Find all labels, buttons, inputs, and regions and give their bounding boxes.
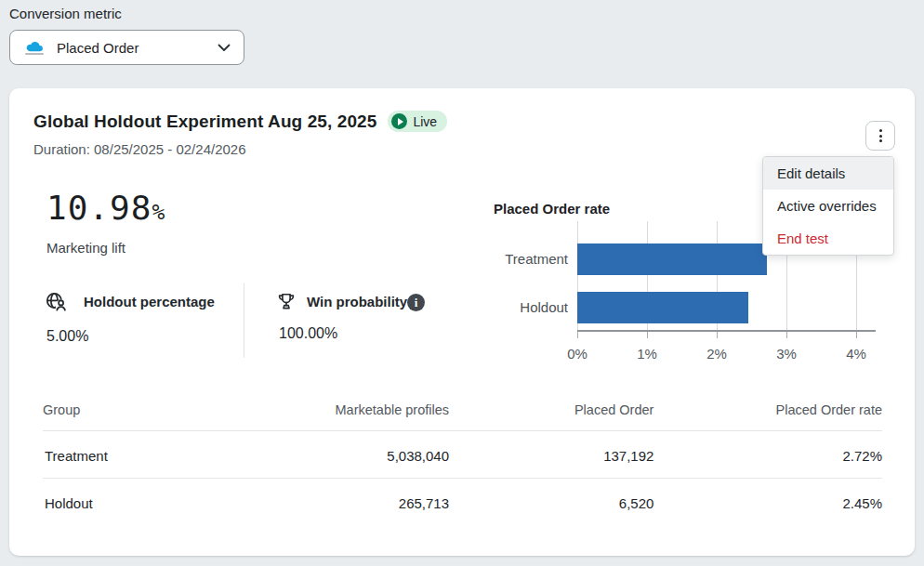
cell-placed-order-rate: 2.45% bbox=[653, 479, 882, 526]
experiment-card: Global Holdout Experiment Aug 25, 2025 L… bbox=[9, 88, 915, 556]
chart-title: Placed Order rate bbox=[494, 201, 610, 217]
live-badge-label: Live bbox=[413, 114, 437, 129]
globe-person-icon bbox=[45, 291, 68, 318]
more-options-button[interactable] bbox=[865, 121, 895, 151]
marketing-lift-value: 10.98% bbox=[46, 189, 165, 227]
experiment-title: Global Holdout Experiment Aug 25, 2025 bbox=[33, 112, 376, 132]
marketing-lift-label: Marketing lift bbox=[46, 240, 125, 256]
chevron-down-icon bbox=[218, 39, 231, 56]
cell-marketable-profiles: 265,713 bbox=[295, 479, 449, 526]
bar-holdout bbox=[577, 292, 748, 323]
info-icon[interactable]: i bbox=[407, 294, 425, 311]
x-tick-3: 3% bbox=[752, 346, 821, 362]
cell-placed-order-rate: 2.72% bbox=[653, 431, 882, 479]
x-tick-0: 0% bbox=[543, 346, 612, 362]
bar-treatment bbox=[577, 244, 767, 275]
header-placed-order-rate: Placed Order rate bbox=[653, 397, 882, 431]
conversion-metric-select[interactable]: Placed Order bbox=[9, 30, 244, 65]
table-row-treatment: Treatment 5,038,040 137,192 2.72% bbox=[43, 431, 882, 479]
table-header-row: Group Marketable profiles Placed Order P… bbox=[43, 397, 882, 431]
holdout-percentage-value: 5.00% bbox=[46, 328, 88, 345]
conversion-metric-label: Conversion metric bbox=[9, 6, 122, 21]
menu-item-end-test[interactable]: End test bbox=[763, 222, 893, 255]
cell-group: Treatment bbox=[43, 431, 295, 479]
menu-item-active-overrides[interactable]: Active overrides bbox=[763, 190, 893, 222]
experiment-duration: Duration: 08/25/2025 - 02/24/2026 bbox=[33, 141, 246, 157]
trophy-icon bbox=[276, 291, 297, 316]
header-marketable-profiles: Marketable profiles bbox=[295, 397, 449, 431]
actions-menu: Edit details Active overrides End test bbox=[762, 156, 894, 256]
cell-group: Holdout bbox=[43, 479, 295, 526]
stat-divider bbox=[244, 283, 244, 358]
play-icon bbox=[391, 113, 407, 129]
x-axis-line bbox=[577, 330, 876, 332]
win-probability-label: Win probability bbox=[307, 294, 407, 309]
holdout-percentage-label: Holdout percentage bbox=[84, 294, 215, 309]
category-label-treatment: Treatment bbox=[474, 251, 568, 267]
kebab-icon bbox=[879, 129, 882, 132]
category-label-holdout: Holdout bbox=[474, 299, 568, 315]
x-tick-2: 2% bbox=[682, 346, 751, 362]
x-tick-1: 1% bbox=[613, 346, 681, 362]
header-placed-order: Placed Order bbox=[449, 397, 653, 431]
cell-marketable-profiles: 5,038,040 bbox=[295, 431, 449, 479]
cell-placed-order: 137,192 bbox=[449, 431, 653, 479]
metric-source-logo-icon bbox=[23, 40, 46, 55]
x-tick-4: 4% bbox=[822, 346, 891, 362]
live-status-badge: Live bbox=[388, 111, 447, 132]
menu-item-edit-details[interactable]: Edit details bbox=[763, 157, 893, 190]
header-group: Group bbox=[43, 397, 295, 431]
cell-placed-order: 6,520 bbox=[449, 479, 653, 526]
win-probability-value: 100.00% bbox=[279, 325, 337, 342]
selected-metric-text: Placed Order bbox=[57, 40, 218, 56]
results-table: Group Marketable profiles Placed Order P… bbox=[43, 397, 882, 525]
table-row-holdout: Holdout 265,713 6,520 2.45% bbox=[43, 479, 882, 526]
